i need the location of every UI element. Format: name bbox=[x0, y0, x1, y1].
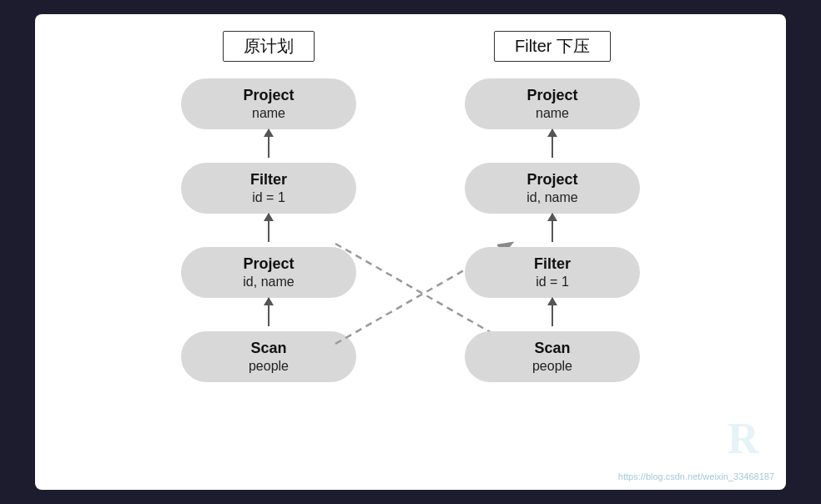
left-column: 原计划 Project name Filter id = 1 bbox=[160, 31, 377, 382]
left-node-3-title: Project bbox=[181, 255, 356, 273]
watermark-logo: R bbox=[728, 411, 769, 465]
left-node-3: Project id, name bbox=[181, 247, 356, 298]
left-node-2-subtitle: id = 1 bbox=[181, 190, 356, 205]
left-node-3-subtitle: id, name bbox=[181, 275, 356, 290]
right-node-2-subtitle: id, name bbox=[465, 190, 640, 205]
right-arrow-2 bbox=[465, 214, 640, 247]
right-node-2-title: Project bbox=[465, 171, 640, 189]
left-node-1: Project name bbox=[181, 78, 356, 129]
right-arrow-up-2 bbox=[552, 214, 553, 242]
left-node-4-subtitle: people bbox=[181, 359, 356, 374]
right-node-4: Scan people bbox=[465, 331, 640, 382]
right-arrow-up-3 bbox=[552, 298, 553, 326]
diagram-container: 原计划 Project name Filter id = 1 bbox=[0, 0, 821, 504]
left-node-1-subtitle: name bbox=[181, 106, 356, 121]
right-node-1-subtitle: name bbox=[465, 106, 640, 121]
left-arrow-up-2 bbox=[268, 214, 269, 242]
right-node-3: Filter id = 1 bbox=[465, 247, 640, 298]
right-column-title: Filter 下压 bbox=[494, 31, 611, 62]
right-arrow-up-1 bbox=[552, 129, 553, 158]
left-node-4: Scan people bbox=[181, 331, 356, 382]
right-node-4-subtitle: people bbox=[465, 359, 640, 374]
left-arrow-up-3 bbox=[268, 298, 269, 326]
left-node-2: Filter id = 1 bbox=[181, 163, 356, 214]
left-arrow-3 bbox=[181, 298, 356, 331]
watermark-text: https://blog.csdn.net/weixin_33468187 bbox=[618, 471, 774, 481]
right-column: Filter 下压 Project name Project id, name bbox=[444, 31, 661, 382]
right-node-2: Project id, name bbox=[465, 163, 640, 214]
right-node-4-title: Scan bbox=[465, 340, 640, 357]
left-node-2-title: Filter bbox=[181, 171, 356, 189]
right-arrow-3 bbox=[465, 298, 640, 331]
right-arrow-1 bbox=[465, 129, 640, 163]
svg-text:R: R bbox=[728, 415, 760, 461]
left-arrow-2 bbox=[181, 214, 356, 247]
left-column-title: 原计划 bbox=[223, 31, 315, 62]
left-node-4-title: Scan bbox=[181, 340, 356, 357]
right-node-1-title: Project bbox=[465, 87, 640, 104]
left-arrow-up-1 bbox=[268, 129, 269, 158]
right-node-3-subtitle: id = 1 bbox=[465, 275, 640, 290]
columns-wrapper: 原计划 Project name Filter id = 1 bbox=[160, 31, 661, 382]
left-node-1-title: Project bbox=[181, 87, 356, 104]
white-background: 原计划 Project name Filter id = 1 bbox=[35, 14, 786, 490]
right-node-1: Project name bbox=[465, 78, 640, 129]
right-node-3-title: Filter bbox=[465, 255, 640, 273]
left-arrow-1 bbox=[181, 129, 356, 163]
